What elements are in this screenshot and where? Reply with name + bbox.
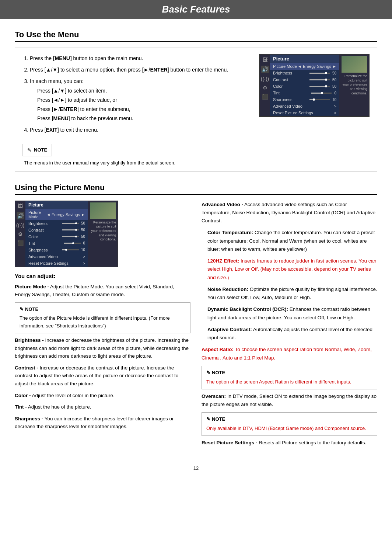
picture-menu-heading: Using the Picture Menu xyxy=(15,183,377,195)
tv-item-picture-mode: Picture Mode ◄ Energy Savings ► xyxy=(270,63,339,70)
tv-item-advanced-video: Advanced Video > xyxy=(270,103,339,110)
note-aspect-header: ✎ NOTE xyxy=(206,369,372,377)
page-header: Basic Features xyxy=(0,0,392,19)
tv-menu-top: 🖼 🔊 ((·)) ⚙ ⬛ Picture Picture Mode ◄ Ene… xyxy=(260,55,369,116)
step-1: Press the [MENU] button to open the main… xyxy=(30,54,252,63)
tv-icon-picture-2: 🖼 xyxy=(18,203,23,209)
desc-picture-mode: Picture Mode - Adjust the Picture Mode. … xyxy=(15,283,190,299)
tv-item-sharpness: Sharpness 10 xyxy=(270,96,339,103)
tv-item2-contrast: Contrast 50 xyxy=(25,227,88,233)
tv-item2-sharpness: Sharpness 10 xyxy=(25,247,88,253)
desc-brightness: Brightness - Increase or decrease the br… xyxy=(15,336,190,360)
tv-icon-picture: 🖼 xyxy=(262,57,267,63)
desc-color: Color - Adjust the level of color in the… xyxy=(15,392,190,400)
page-number: 12 xyxy=(193,465,199,471)
desc-sharpness: Sharpness - You can increase the sharpne… xyxy=(15,415,190,431)
note-overscan-text: Only available in DTV, HDMI (Except Game… xyxy=(206,425,372,433)
tv-menu-mockup-top: 🖼 🔊 ((·)) ⚙ ⬛ Picture Picture Mode ◄ Ene… xyxy=(259,54,370,117)
step-2: Press [▲/▼] to select a menu option, the… xyxy=(30,65,252,74)
tv-thumbnail xyxy=(342,56,367,73)
tv-right-panel: Personalize the picture to suit your pre… xyxy=(339,55,369,116)
tv-icon-sound: 🔊 xyxy=(261,66,269,73)
dcr-desc: Dynamic Backlight Control (DCR): Enhance… xyxy=(207,305,377,322)
overscan-desc: Overscan: In DTV mode, Select ON to exte… xyxy=(202,392,377,409)
tv-item2-color: Color 50 xyxy=(25,233,88,240)
tv-menu-items: Picture Mode ◄ Energy Savings ► Brightne… xyxy=(270,63,339,116)
you-can-adjust-label: You can adjust: xyxy=(15,273,190,279)
right-column: Advanced Video - Access advanced video s… xyxy=(202,201,377,451)
tv-sidebar-2: 🖼 🔊 ((·)) ⚙ ⬛ xyxy=(15,201,25,267)
reset-desc: Reset Picture Settings - Resets all Pict… xyxy=(202,439,377,447)
use-menu-steps: Press the [MENU] button to open the main… xyxy=(22,54,252,166)
note-picture-mode-text: The option of the Picture Mode is differ… xyxy=(20,315,186,330)
tv-menu-items-2: Picture Mode ◄ Energy Savings ► Brightne… xyxy=(25,209,88,267)
tv-item-color: Color 50 xyxy=(270,83,339,90)
tv-icon-channel-2: ((·)) xyxy=(16,222,25,228)
color-temp-desc: Color Temperature: Change the color temp… xyxy=(207,229,377,253)
tv-icon-input: ⬛ xyxy=(262,94,268,100)
tv-item2-picture-mode: Picture Mode ◄ Energy Savings ► xyxy=(25,209,88,220)
tv-right-panel-2: Personalize the picture to suit your pre… xyxy=(88,201,118,267)
desc-tint: Tint - Adjust the hue of the picture. xyxy=(15,403,190,411)
tv-main-panel: Picture Picture Mode ◄ Energy Savings ► … xyxy=(270,55,339,116)
tv-menu-mockup-picture: 🖼 🔊 ((·)) ⚙ ⬛ Picture Picture Mode xyxy=(15,201,118,267)
step-3-sub: Press [▲/▼] to select an item, Press [◄/… xyxy=(37,86,252,124)
note-aspect-text: The option of the screen Aspect Ration i… xyxy=(206,378,372,386)
aspect-ratio-desc: Aspect Ratio: To choose the screen aspec… xyxy=(202,346,377,362)
use-menu-section: To Use the Menu Press the [MENU] button … xyxy=(15,30,377,172)
tv-icon-settings: ⚙ xyxy=(263,85,267,91)
desc-contrast: Contrast - Increase or decrease the cont… xyxy=(15,364,190,388)
tv-main-2: Picture Picture Mode ◄ Energy Savings ► … xyxy=(25,201,88,267)
noise-reduction-desc: Noise Reduction: Optimize the picture qu… xyxy=(207,285,377,302)
use-menu-content-box: Press the [MENU] button to open the main… xyxy=(15,48,377,172)
tv-item2-tint: Tint 0 xyxy=(25,240,88,247)
note-wrapper: ✎ NOTE The menus in the user manual may … xyxy=(22,140,252,166)
tv-item-contrast: Contrast 50 xyxy=(270,76,339,83)
tv-title-bar-2: Picture xyxy=(25,201,88,209)
page-footer: 12 xyxy=(0,458,392,475)
advanced-video-intro: Advanced Video - Access advanced video s… xyxy=(202,201,377,225)
note-box: ✎ NOTE xyxy=(22,144,52,156)
tv-icon-channel: ((·)) xyxy=(261,76,269,82)
tv-sidebar: 🖼 🔊 ((·)) ⚙ ⬛ xyxy=(260,55,270,116)
note-picture-mode-header: ✎ NOTE xyxy=(20,306,186,313)
tv-menu-top-2: 🖼 🔊 ((·)) ⚙ ⬛ Picture Picture Mode xyxy=(15,201,118,267)
tv-item2-advanced-video: Advanced Video > xyxy=(25,253,88,260)
tv-personalize-text-2: Personalize the picture to suit your pre… xyxy=(90,221,116,242)
picture-menu-section: Using the Picture Menu 🖼 🔊 ((·)) ⚙ ⬛ xyxy=(15,183,377,451)
tv-thumbnail-2 xyxy=(90,202,116,219)
step-3: In each menu, you can: Press [▲/▼] to se… xyxy=(30,77,252,123)
tv-title-bar: Picture xyxy=(270,55,339,63)
page-title: Basic Features xyxy=(0,4,392,15)
tv-icon-sound-2: 🔊 xyxy=(17,212,24,219)
note-icon: ✎ xyxy=(27,147,32,153)
note-picture-mode: ✎ NOTE The option of the Picture Mode is… xyxy=(15,302,190,333)
tv-item-tint: Tint 0 xyxy=(270,90,339,96)
note-overscan-header: ✎ NOTE xyxy=(206,416,372,423)
note-text: The menus in the user manual may vary sl… xyxy=(22,160,252,166)
two-column-layout: 🖼 🔊 ((·)) ⚙ ⬛ Picture Picture Mode xyxy=(15,201,377,451)
left-column: 🖼 🔊 ((·)) ⚙ ⬛ Picture Picture Mode xyxy=(15,201,190,451)
tv-icon-input-2: ⬛ xyxy=(17,240,24,246)
note-aspect-ratio: ✎ NOTE The option of the screen Aspect R… xyxy=(202,366,377,389)
tv-personalize-text: Personalize the picture to suit your pre… xyxy=(341,74,367,96)
tv-icon-settings-2: ⚙ xyxy=(18,231,23,237)
note-label: NOTE xyxy=(34,147,47,153)
tv-item2-brightness: Brightness 50 xyxy=(25,220,88,227)
hz-effect-desc: 120HZ Effect: Inserts frames to reduce j… xyxy=(207,257,377,282)
note-overscan: ✎ NOTE Only available in DTV, HDMI (Exce… xyxy=(202,412,377,436)
use-menu-heading: To Use the Menu xyxy=(15,30,377,42)
tv-item2-reset: Reset Picture Settings > xyxy=(25,260,88,267)
tv-item-brightness: Brightness 50 xyxy=(270,70,339,76)
advanced-video-subitems: Color Temperature: Change the color temp… xyxy=(207,229,377,342)
adaptive-contrast-desc: Adaptive Contrast: Automatically adjusts… xyxy=(207,326,377,342)
steps-list: Press the [MENU] button to open the main… xyxy=(30,54,252,135)
tv-item-reset: Reset Picture Settings > xyxy=(270,110,339,116)
step-4: Press [EXIT] to exit the menu. xyxy=(30,125,252,135)
